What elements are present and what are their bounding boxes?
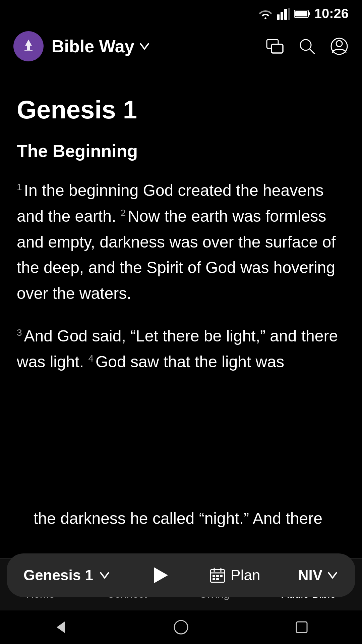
svg-rect-2 <box>284 9 287 20</box>
svg-marker-36 <box>57 622 65 633</box>
status-icons: 10:26 <box>258 6 349 21</box>
bible-content: Genesis 1 The Beginning 1In the beginnin… <box>0 68 362 375</box>
verse-1-2: 1In the beginning God created the heaven… <box>17 178 345 307</box>
profile-icon <box>330 37 349 56</box>
recents-button[interactable] <box>290 615 313 639</box>
svg-rect-8 <box>27 46 30 50</box>
partial-verse-text: the darkness he called “night.” And ther… <box>0 392 362 532</box>
chapter-title: Genesis 1 <box>17 95 345 124</box>
version-chevron-down-icon <box>326 569 339 581</box>
messages-icon-button[interactable] <box>265 37 284 56</box>
player-bar: Genesis 1 Plan NIV <box>7 553 355 597</box>
verse-num-3: 3 <box>17 327 22 338</box>
chevron-down-icon <box>138 40 150 52</box>
search-icon <box>298 37 316 56</box>
partial-text-line: the darkness he called “night.” And ther… <box>17 506 345 532</box>
verse-num-4: 4 <box>88 353 94 364</box>
play-button[interactable] <box>148 564 172 587</box>
svg-rect-23 <box>216 575 219 577</box>
svg-rect-24 <box>220 575 223 577</box>
player-chapter-label: Genesis 1 <box>23 567 93 584</box>
battery-icon <box>294 9 310 19</box>
search-icon-button[interactable] <box>298 37 316 56</box>
header: Bible Way <box>0 24 362 68</box>
svg-rect-22 <box>213 575 215 577</box>
profile-icon-button[interactable] <box>330 37 349 56</box>
signal-icon <box>277 8 290 20</box>
svg-rect-1 <box>281 12 283 20</box>
svg-rect-9 <box>24 50 33 51</box>
header-right <box>265 37 349 56</box>
verse-3-4: 3And God said, “Let there be light,” and… <box>17 323 345 375</box>
svg-rect-5 <box>308 12 310 15</box>
messages-icon <box>265 37 284 56</box>
svg-rect-0 <box>277 14 280 20</box>
back-button[interactable] <box>49 615 72 639</box>
version-selector[interactable]: NIV <box>298 567 339 584</box>
player-chevron-down-icon <box>99 569 111 581</box>
svg-rect-25 <box>213 578 215 580</box>
recents-icon <box>294 620 309 635</box>
svg-rect-11 <box>272 44 283 53</box>
player-chapter-selector[interactable]: Genesis 1 <box>23 567 111 584</box>
svg-point-16 <box>336 41 342 47</box>
home-button[interactable] <box>169 615 193 639</box>
home-circle-icon <box>174 620 188 635</box>
status-bar: 10:26 <box>0 0 362 24</box>
version-label: NIV <box>298 567 322 584</box>
play-icon <box>150 565 170 585</box>
plan-label: Plan <box>231 567 260 584</box>
verse-num-2: 2 <box>121 208 126 218</box>
section-title: The Beginning <box>17 141 345 161</box>
android-nav <box>0 610 362 644</box>
calendar-icon <box>209 567 226 584</box>
svg-point-37 <box>174 621 188 634</box>
status-time: 10:26 <box>314 6 349 21</box>
app-title-group[interactable]: Bible Way <box>52 36 150 56</box>
logo-icon <box>18 36 39 56</box>
svg-rect-38 <box>296 622 307 633</box>
svg-marker-17 <box>154 567 168 583</box>
verse-num-1: 1 <box>17 182 22 192</box>
wifi-icon <box>258 8 273 20</box>
app-title: Bible Way <box>52 36 134 56</box>
header-left: Bible Way <box>13 31 150 61</box>
app-logo[interactable] <box>13 31 44 61</box>
back-icon <box>52 619 69 636</box>
plan-button[interactable]: Plan <box>209 567 260 584</box>
svg-rect-6 <box>295 11 307 16</box>
svg-rect-26 <box>216 578 219 580</box>
svg-rect-3 <box>288 8 290 20</box>
svg-line-14 <box>310 49 314 54</box>
